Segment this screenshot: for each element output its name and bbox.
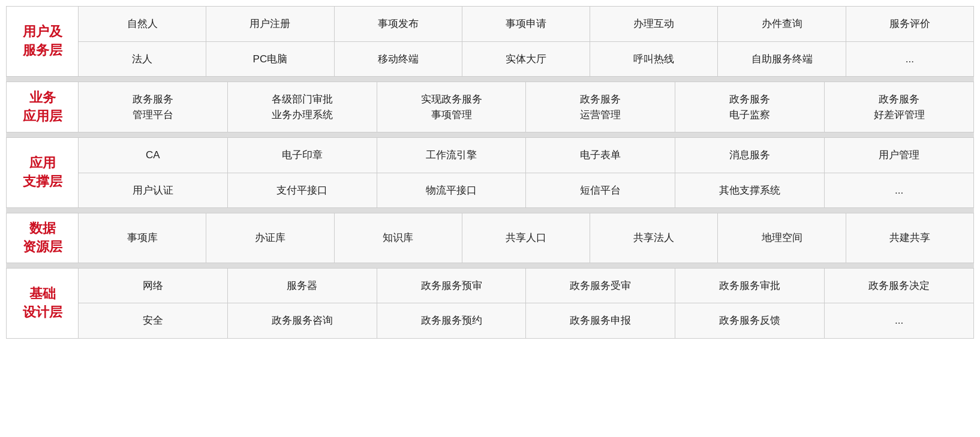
cell-data-resource-0-2: 知识库	[335, 213, 462, 263]
cell-data-resource-0-4: 共享法人	[590, 213, 718, 263]
cell-infrastructure-1-1: 政务服务咨询	[228, 303, 377, 338]
cell-user-service-0-0: 自然人	[79, 7, 206, 41]
cell-user-service-0-1: 用户注册	[206, 7, 334, 41]
layer-business-app: 业务 应用层政务服务 管理平台各级部门审批 业务办理系统实现政务服务 事项管理政…	[6, 82, 974, 132]
cell-data-resource-0-6: 共建共享	[846, 213, 973, 263]
cell-business-app-0-0: 政务服务 管理平台	[79, 82, 228, 132]
cell-app-support-1-4: 其他支撑系统	[675, 173, 825, 208]
cell-app-support-1-2: 物流平接口	[377, 173, 527, 208]
cell-infrastructure-0-3: 政务服务受审	[526, 269, 675, 303]
cell-infrastructure-1-5: ...	[825, 303, 973, 338]
cell-user-service-1-3: 实体大厅	[462, 42, 590, 77]
cell-data-resource-0-5: 地理空间	[718, 213, 846, 263]
cell-infrastructure-0-5: 政务服务决定	[825, 269, 973, 303]
section-divider	[6, 263, 974, 268]
cell-business-app-0-1: 各级部门审批 业务办理系统	[228, 82, 377, 132]
section-divider	[6, 208, 974, 213]
cell-infrastructure-1-0: 安全	[79, 303, 228, 338]
cell-app-support-0-4: 消息服务	[675, 138, 825, 173]
cell-user-service-1-2: 移动终端	[335, 42, 462, 77]
cell-user-service-0-3: 事项申请	[462, 7, 590, 41]
cell-app-support-1-1: 支付平接口	[228, 173, 377, 208]
cell-infrastructure-1-4: 政务服务反馈	[675, 303, 825, 338]
cell-infrastructure-0-4: 政务服务审批	[675, 269, 825, 303]
layer-infrastructure: 基础 设计层网络服务器政务服务预审政务服务受审政务服务审批政务服务决定安全政务服…	[6, 268, 974, 339]
content-user-service: 自然人用户注册事项发布事项申请办理互动办件查询服务评价法人PC电脑移动终端实体大…	[79, 7, 973, 76]
cell-user-service-0-2: 事项发布	[335, 7, 462, 41]
content-business-app: 政务服务 管理平台各级部门审批 业务办理系统实现政务服务 事项管理政务服务 运营…	[79, 82, 973, 132]
cell-user-service-0-5: 办件查询	[718, 7, 846, 41]
cell-app-support-0-2: 工作流引擎	[377, 138, 527, 173]
cell-app-support-0-0: CA	[79, 138, 228, 173]
cell-user-service-0-4: 办理互动	[590, 7, 718, 41]
cell-app-support-1-5: ...	[825, 173, 973, 208]
cell-app-support-0-3: 电子表单	[526, 138, 675, 173]
row-business-app-0: 政务服务 管理平台各级部门审批 业务办理系统实现政务服务 事项管理政务服务 运营…	[79, 82, 973, 132]
label-user-service: 用户及 服务层	[7, 7, 79, 76]
content-app-support: CA电子印章工作流引擎电子表单消息服务用户管理用户认证支付平接口物流平接口短信平…	[79, 138, 973, 207]
content-infrastructure: 网络服务器政务服务预审政务服务受审政务服务审批政务服务决定安全政务服务咨询政务服…	[79, 269, 973, 338]
label-infrastructure: 基础 设计层	[7, 269, 79, 338]
cell-user-service-1-5: 自助服务终端	[718, 42, 846, 77]
cell-business-app-0-3: 政务服务 运营管理	[526, 82, 675, 132]
cell-data-resource-0-1: 办证库	[206, 213, 334, 263]
cell-app-support-1-0: 用户认证	[79, 173, 228, 208]
cell-infrastructure-0-0: 网络	[79, 269, 228, 303]
row-app-support-0: CA电子印章工作流引擎电子表单消息服务用户管理	[79, 138, 973, 173]
cell-infrastructure-0-1: 服务器	[228, 269, 377, 303]
row-user-service-1: 法人PC电脑移动终端实体大厅呼叫热线自助服务终端...	[79, 42, 973, 77]
label-business-app: 业务 应用层	[7, 82, 79, 132]
label-app-support: 应用 支撑层	[7, 138, 79, 207]
cell-user-service-1-0: 法人	[79, 42, 206, 77]
row-infrastructure-1: 安全政务服务咨询政务服务预约政务服务申报政务服务反馈...	[79, 303, 973, 338]
content-data-resource: 事项库办证库知识库共享人口共享法人地理空间共建共享	[79, 213, 973, 263]
cell-data-resource-0-3: 共享人口	[462, 213, 590, 263]
cell-user-service-1-4: 呼叫热线	[590, 42, 718, 77]
row-infrastructure-0: 网络服务器政务服务预审政务服务受审政务服务审批政务服务决定	[79, 269, 973, 304]
cell-infrastructure-1-3: 政务服务申报	[526, 303, 675, 338]
cell-business-app-0-2: 实现政务服务 事项管理	[377, 82, 527, 132]
cell-user-service-0-6: 服务评价	[846, 7, 973, 41]
layer-user-service: 用户及 服务层自然人用户注册事项发布事项申请办理互动办件查询服务评价法人PC电脑…	[6, 6, 974, 77]
cell-app-support-1-3: 短信平台	[526, 173, 675, 208]
cell-user-service-1-1: PC电脑	[206, 42, 334, 77]
row-user-service-0: 自然人用户注册事项发布事项申请办理互动办件查询服务评价	[79, 7, 973, 42]
section-divider	[6, 77, 974, 82]
cell-app-support-0-5: 用户管理	[825, 138, 973, 173]
section-divider	[6, 132, 974, 137]
architecture-diagram: 用户及 服务层自然人用户注册事项发布事项申请办理互动办件查询服务评价法人PC电脑…	[6, 6, 974, 339]
row-app-support-1: 用户认证支付平接口物流平接口短信平台其他支撑系统...	[79, 173, 973, 208]
label-data-resource: 数据 资源层	[7, 213, 79, 263]
cell-data-resource-0-0: 事项库	[79, 213, 206, 263]
cell-user-service-1-6: ...	[846, 42, 973, 77]
cell-infrastructure-1-2: 政务服务预约	[377, 303, 527, 338]
cell-app-support-0-1: 电子印章	[228, 138, 377, 173]
layer-app-support: 应用 支撑层CA电子印章工作流引擎电子表单消息服务用户管理用户认证支付平接口物流…	[6, 137, 974, 208]
cell-infrastructure-0-2: 政务服务预审	[377, 269, 527, 303]
row-data-resource-0: 事项库办证库知识库共享人口共享法人地理空间共建共享	[79, 213, 973, 263]
cell-business-app-0-5: 政务服务 好差评管理	[825, 82, 973, 132]
cell-business-app-0-4: 政务服务 电子监察	[675, 82, 825, 132]
layer-data-resource: 数据 资源层事项库办证库知识库共享人口共享法人地理空间共建共享	[6, 213, 974, 263]
